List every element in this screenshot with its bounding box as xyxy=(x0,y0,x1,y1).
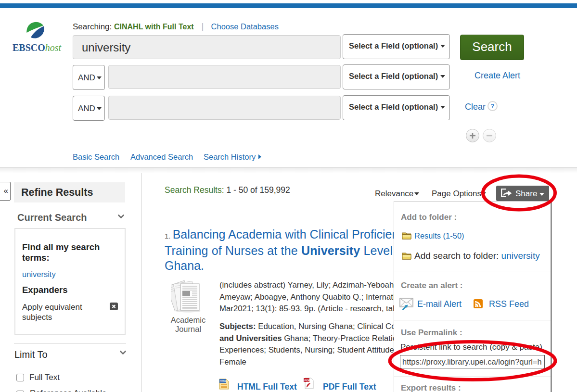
svg-text:HTML: HTML xyxy=(220,379,227,382)
svg-text:PDF: PDF xyxy=(305,379,310,382)
